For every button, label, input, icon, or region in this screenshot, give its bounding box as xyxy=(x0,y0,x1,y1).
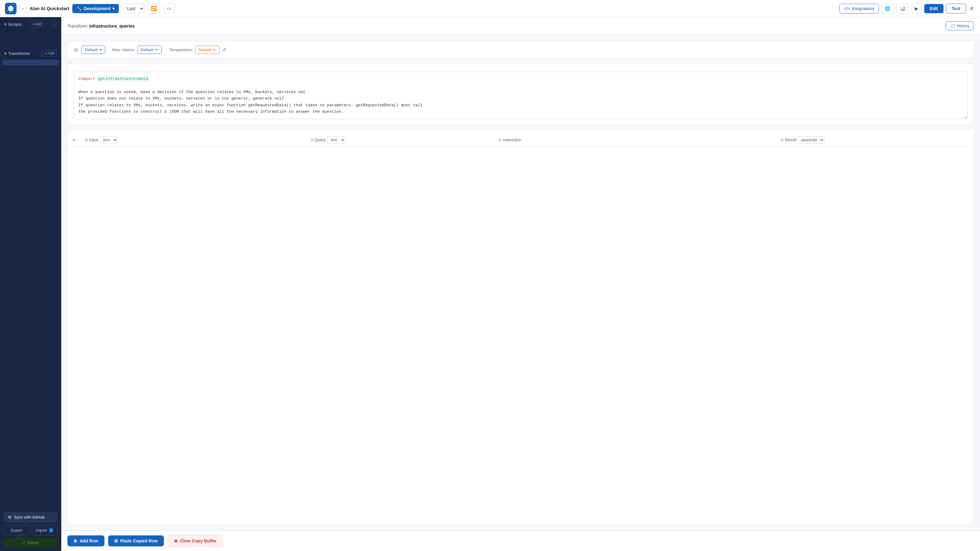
edit-icon[interactable]: ✏ xyxy=(155,48,158,52)
empty-message xyxy=(68,146,974,524)
add-row-button[interactable]: ⊕ Add Row xyxy=(67,535,105,546)
filter-icon: ⊟ xyxy=(311,138,314,142)
import-button[interactable]: Import ℹ xyxy=(32,525,57,535)
github-icon: ⚙ xyxy=(8,515,12,519)
examples-label xyxy=(68,130,974,134)
content-scroll: IQ: Default ▾ Max. tokens: Default ✏ Tem… xyxy=(61,35,980,530)
scripts-title: ▾ Scripts xyxy=(4,22,22,27)
integrations-button[interactable]: </> Integrations xyxy=(839,4,879,13)
transforms-section-header: ▾ Transforms + Add xyxy=(0,46,61,59)
add-transform-button[interactable]: + Add xyxy=(42,50,57,57)
globe-button[interactable]: 🌐 xyxy=(881,3,894,14)
export-import-row: Export Import ℹ xyxy=(4,525,57,535)
logo xyxy=(5,3,16,14)
app-title: Alan AI Quickstart xyxy=(30,6,69,11)
menu-button[interactable]: ≡ xyxy=(968,3,975,13)
transforms-title: ▾ Transforms xyxy=(4,51,30,56)
sidebar: ▾ Scripts + Add ‹ ▾ Transforms + Add xyxy=(0,17,61,551)
bottom-toolbar: ⊕ Add Row ⊞ Paste Copied Row ⊗ Clear Cop… xyxy=(61,530,980,551)
sidebar-bottom: ⚙ Sync with GitHub Export Import ℹ ✓ Sav… xyxy=(0,508,61,551)
reset-button[interactable]: ↺ xyxy=(222,47,226,53)
query-type-select[interactable]: text json xyxy=(327,136,345,144)
test-button[interactable]: Test xyxy=(946,4,966,13)
clear-buffer-button[interactable]: ⊗ Clear Copy Buffer xyxy=(167,535,223,547)
x-circle-icon: ⊗ xyxy=(174,538,178,543)
play-button[interactable]: ▶ xyxy=(912,3,922,14)
filter-icon: ⊟ xyxy=(498,138,501,142)
filter-icon: ⊟ xyxy=(781,138,784,142)
nav-right: </> Integrations 🌐 📊 ▶ Edit Test ≡ xyxy=(839,3,975,14)
page-header: Transform: infrastructure_queries 🕐 Hist… xyxy=(61,17,980,35)
edit-icon-orange[interactable]: ✏ xyxy=(213,48,216,52)
temperature-setting: Temperature: Default ✏ ↺ xyxy=(169,46,226,54)
history-button[interactable]: 🕐 History xyxy=(946,21,974,30)
instruction-section: #import getInfrastructureData When a que… xyxy=(67,64,974,124)
content-area: Transform: infrastructure_queries 🕐 Hist… xyxy=(61,17,980,551)
sync-button[interactable]: 🔁 xyxy=(147,3,160,13)
edit-button[interactable]: Edit xyxy=(924,4,943,13)
col-result: ⊟ Result javascript text json xyxy=(781,136,969,144)
env-label: Development xyxy=(84,6,111,11)
add-script-button[interactable]: + Add xyxy=(29,21,44,27)
page-title: Transform: infrastructure_queries xyxy=(67,24,135,29)
chevron-down-icon: ▾ xyxy=(4,51,6,56)
export-button[interactable]: Export xyxy=(4,525,29,535)
sidebar-item-static-corpus[interactable] xyxy=(0,30,61,35)
chevron-down-icon: ▾ xyxy=(100,48,102,52)
examples-table-header: # ⊟ Input json text ⊟ Query xyxy=(68,134,974,146)
settings-row: IQ: Default ▾ Max. tokens: Default ✏ Tem… xyxy=(67,41,974,59)
paste-row-button[interactable]: ⊞ Paste Copied Row xyxy=(108,535,164,546)
wrench-icon: 🔧 xyxy=(76,6,82,11)
chevron-down-icon: ▾ xyxy=(113,6,115,11)
max-tokens-setting: Max. tokens: Default ✏ xyxy=(113,46,162,54)
paste-icon: ⊞ xyxy=(114,538,118,543)
col-query: ⊟ Query text json xyxy=(311,136,499,144)
sidebar-item-infrastructure-queries[interactable] xyxy=(2,60,59,65)
instruction-textarea[interactable]: #import getInfrastructureData When a que… xyxy=(74,71,967,119)
collapse-scripts-button[interactable]: ‹ xyxy=(51,21,57,27)
examples-section: # ⊟ Input json text ⊟ Query xyxy=(67,129,974,524)
scripts-section-header: ▾ Scripts + Add ‹ xyxy=(0,17,61,30)
main-layout: ▾ Scripts + Add ‹ ▾ Transforms + Add xyxy=(0,17,980,551)
back-button[interactable]: ‹ xyxy=(20,4,27,13)
plus-circle-icon: ⊕ xyxy=(73,538,77,543)
filter-icon: ⊟ xyxy=(85,138,88,142)
sidebar-item-dynamic-corpus[interactable] xyxy=(0,35,61,41)
col-input: ⊟ Input json text xyxy=(85,136,311,144)
import-badge: ℹ xyxy=(49,528,54,533)
github-sync-button[interactable]: ⚙ Sync with GitHub xyxy=(4,512,57,522)
version-select[interactable]: Last xyxy=(122,4,144,13)
chevron-down-icon: ▾ xyxy=(4,22,6,27)
clock-icon: 🕐 xyxy=(950,24,955,28)
col-num: # xyxy=(73,138,85,142)
max-tokens-select[interactable]: Default ✏ xyxy=(137,46,162,54)
video-button[interactable]: ▭ xyxy=(163,3,175,13)
col-instruction: ⊟ Instruction xyxy=(498,138,781,142)
iq-select[interactable]: Default ▾ xyxy=(81,46,105,54)
env-button[interactable]: 🔧 Development ▾ xyxy=(72,4,119,13)
input-type-select[interactable]: json text xyxy=(99,136,118,144)
iq-setting: IQ: Default ▾ xyxy=(74,46,105,54)
transforms-section: ▾ Transforms + Add xyxy=(0,46,61,66)
chart-button[interactable]: 📊 xyxy=(896,3,909,14)
code-icon: </> xyxy=(844,6,850,11)
topnav: ‹ Alan AI Quickstart 🔧 Development ▾ Las… xyxy=(0,0,980,17)
temperature-select[interactable]: Default ✏ xyxy=(195,46,220,54)
saved-indicator: ✓ Saved xyxy=(4,538,57,547)
result-type-select[interactable]: javascript text json xyxy=(797,136,825,144)
